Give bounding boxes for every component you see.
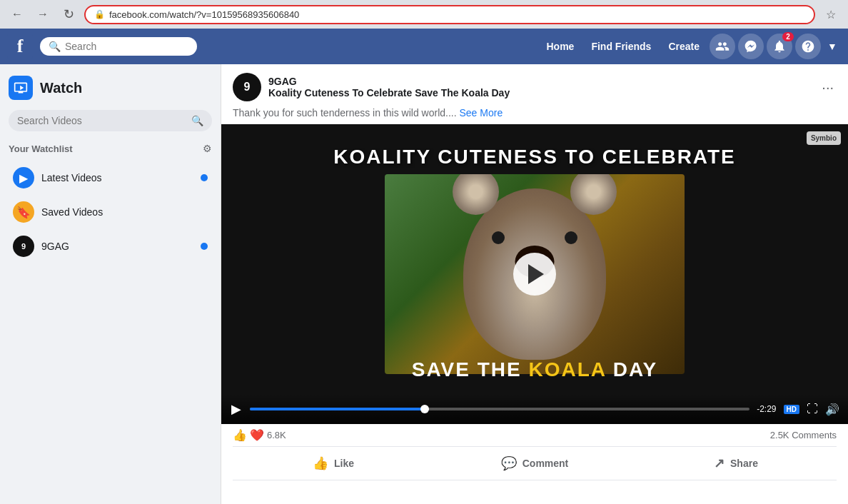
forward-button[interactable]: → xyxy=(33,4,53,24)
channel-name[interactable]: 9GAG xyxy=(268,76,812,87)
main-content: 9 9GAG Koality Cuteness To Celebrate Sav… xyxy=(221,64,848,504)
video-title: Koality Cuteness To Celebrate Save The K… xyxy=(268,87,812,99)
share-icon: ↗ xyxy=(714,455,725,471)
bookmark-button[interactable]: ☆ xyxy=(821,4,841,24)
see-more-link[interactable]: See More xyxy=(459,107,503,119)
9gag-icon: 9 xyxy=(13,236,34,257)
video-controls: ▶ -2:29 HD ⛶ 🔊 xyxy=(221,394,848,424)
saved-videos-label: Saved Videos xyxy=(41,206,208,218)
video-card: 9 9GAG Koality Cuteness To Celebrate Sav… xyxy=(221,64,848,480)
sidebar: Watch 🔍 Your Watchlist ⚙ ▶ Latest Videos… xyxy=(0,64,221,504)
like-icon: 👍 xyxy=(313,455,328,471)
search-videos-icon: 🔍 xyxy=(191,115,203,126)
sidebar-item-9gag[interactable]: 9 9GAG xyxy=(9,230,212,263)
latest-videos-icon: ▶ xyxy=(13,167,34,188)
facebook-navbar: f 🔍 Home Find Friends Create 2 ▼ xyxy=(0,29,848,64)
9gag-label: 9GAG xyxy=(41,241,193,252)
search-input[interactable] xyxy=(65,41,179,52)
sidebar-item-latest-videos[interactable]: ▶ Latest Videos xyxy=(9,161,212,194)
video-description: Thank you for such tenderness in this wi… xyxy=(221,107,848,124)
gear-icon[interactable]: ⚙ xyxy=(203,143,212,154)
video-card-header: 9 9GAG Koality Cuteness To Celebrate Sav… xyxy=(221,64,848,107)
notifications-icon[interactable]: 2 xyxy=(767,34,792,59)
search-icon: 🔍 xyxy=(49,41,61,52)
nav-links: Home Find Friends Create 2 ▼ xyxy=(540,34,842,59)
progress-bar[interactable] xyxy=(250,408,749,410)
help-icon[interactable] xyxy=(795,34,821,59)
account-dropdown[interactable]: ▼ xyxy=(824,34,841,59)
video-overlay-bottom: SAVE THE KOALA DAY xyxy=(221,358,848,381)
watch-title: Watch xyxy=(40,80,82,96)
play-button[interactable] xyxy=(513,253,556,296)
comments-count: 2.5K Comments xyxy=(770,430,837,440)
home-link[interactable]: Home xyxy=(540,36,582,56)
play-triangle-icon xyxy=(528,264,544,284)
share-button[interactable]: ↗ Share xyxy=(635,450,837,477)
fullscreen-button[interactable]: ⛶ xyxy=(807,403,818,415)
watchlist-label: Your Watchlist xyxy=(9,143,73,154)
saved-videos-icon: 🔖 xyxy=(13,201,34,223)
watchlist-header: Your Watchlist ⚙ xyxy=(9,143,212,154)
lock-icon: 🔒 xyxy=(94,9,105,19)
sidebar-item-saved-videos[interactable]: 🔖 Saved Videos xyxy=(9,196,212,228)
latest-videos-dot xyxy=(201,174,208,181)
page-layout: Watch 🔍 Your Watchlist ⚙ ▶ Latest Videos… xyxy=(0,64,848,504)
find-friends-link[interactable]: Find Friends xyxy=(584,36,658,56)
channel-info: 9GAG Koality Cuteness To Celebrate Save … xyxy=(268,76,812,99)
symbio-logo: Symbio xyxy=(807,131,841,145)
progress-fill xyxy=(250,408,425,410)
9gag-dot xyxy=(201,243,208,250)
video-overlay-top: KOALITY CUTENESS TO CELEBRATE xyxy=(221,146,848,168)
back-button[interactable]: ← xyxy=(7,4,27,24)
progress-knob xyxy=(420,405,429,413)
friends-icon[interactable] xyxy=(710,34,735,59)
watch-header: Watch xyxy=(9,76,212,100)
play-pause-button[interactable]: ▶ xyxy=(230,400,243,418)
create-link[interactable]: Create xyxy=(661,36,707,56)
facebook-logo: f xyxy=(7,34,33,59)
search-videos-input[interactable] xyxy=(17,115,186,126)
like-button[interactable]: 👍 Like xyxy=(233,450,434,477)
channel-avatar: 9 xyxy=(233,73,261,101)
latest-videos-label: Latest Videos xyxy=(41,172,193,183)
like-emoji: 👍 xyxy=(233,428,247,442)
comment-icon: 💬 xyxy=(501,455,517,471)
search-bar[interactable]: 🔍 xyxy=(40,37,197,56)
more-options-button[interactable]: ··· xyxy=(819,76,837,99)
reload-button[interactable]: ↻ xyxy=(59,4,79,24)
volume-button[interactable]: 🔊 xyxy=(825,403,839,416)
watch-icon xyxy=(9,76,33,100)
search-videos-wrap[interactable]: 🔍 xyxy=(9,110,212,131)
notification-badge: 2 xyxy=(782,32,794,41)
time-display: -2:29 xyxy=(757,404,776,414)
love-emoji: ❤️ xyxy=(250,428,264,442)
messenger-icon[interactable] xyxy=(738,34,764,59)
hd-badge: HD xyxy=(784,405,799,414)
likes-count: 6.8K xyxy=(267,430,286,440)
comment-button[interactable]: 💬 Comment xyxy=(434,450,635,477)
video-player[interactable]: KOALITY CUTENESS TO CELEBRATE xyxy=(221,124,848,424)
video-stats: 👍 ❤️ 6.8K 2.5K Comments xyxy=(221,424,848,446)
address-bar[interactable] xyxy=(109,9,805,20)
video-actions: 👍 Like 💬 Comment ↗ Share xyxy=(233,446,837,480)
reaction-faces: 👍 ❤️ 6.8K xyxy=(233,428,286,442)
address-bar-container: 🔒 xyxy=(84,5,815,24)
